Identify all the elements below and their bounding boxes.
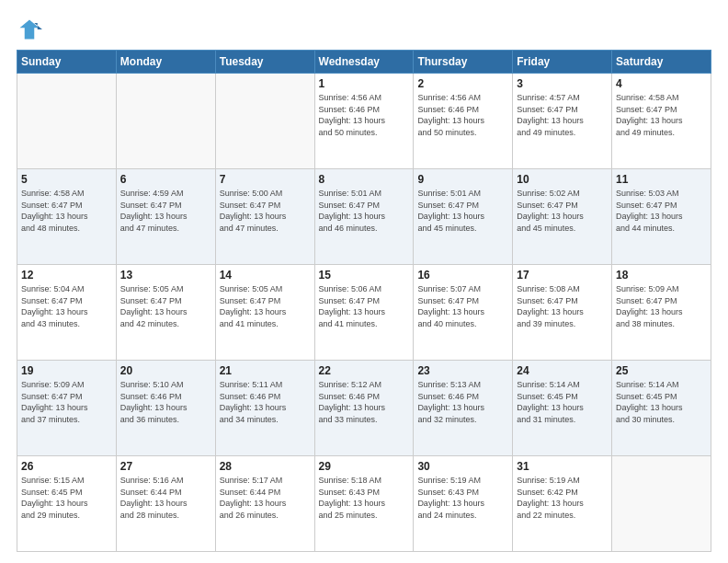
day-info: Sunrise: 5:19 AM Sunset: 6:42 PM Dayligh… xyxy=(517,475,608,521)
day-cell: 24Sunrise: 5:14 AM Sunset: 6:45 PM Dayli… xyxy=(513,361,612,456)
day-cell: 16Sunrise: 5:07 AM Sunset: 6:47 PM Dayli… xyxy=(414,265,513,361)
day-cell: 19Sunrise: 5:09 AM Sunset: 6:47 PM Dayli… xyxy=(17,361,117,456)
day-cell: 27Sunrise: 5:16 AM Sunset: 6:44 PM Dayli… xyxy=(116,456,215,552)
day-cell: 13Sunrise: 5:05 AM Sunset: 6:47 PM Dayli… xyxy=(116,265,215,361)
day-info: Sunrise: 5:05 AM Sunset: 6:47 PM Dayligh… xyxy=(120,283,211,329)
week-row-5: 26Sunrise: 5:15 AM Sunset: 6:45 PM Dayli… xyxy=(17,456,711,552)
day-number: 7 xyxy=(220,173,311,186)
day-number: 9 xyxy=(417,173,508,186)
day-info: Sunrise: 5:07 AM Sunset: 6:47 PM Dayligh… xyxy=(417,283,508,329)
day-number: 16 xyxy=(417,269,508,282)
day-cell: 17Sunrise: 5:08 AM Sunset: 6:47 PM Dayli… xyxy=(513,265,612,361)
day-info: Sunrise: 5:03 AM Sunset: 6:47 PM Dayligh… xyxy=(616,188,707,234)
day-number: 1 xyxy=(319,77,410,90)
calendar-body: 1Sunrise: 4:56 AM Sunset: 6:46 PM Daylig… xyxy=(17,74,711,552)
day-info: Sunrise: 5:08 AM Sunset: 6:47 PM Dayligh… xyxy=(517,283,608,329)
week-row-3: 12Sunrise: 5:04 AM Sunset: 6:47 PM Dayli… xyxy=(17,265,711,361)
day-cell: 18Sunrise: 5:09 AM Sunset: 6:47 PM Dayli… xyxy=(612,265,711,361)
day-number: 24 xyxy=(517,364,608,377)
day-cell: 20Sunrise: 5:10 AM Sunset: 6:46 PM Dayli… xyxy=(116,361,215,456)
day-number: 27 xyxy=(120,460,211,473)
day-cell: 10Sunrise: 5:02 AM Sunset: 6:47 PM Dayli… xyxy=(513,169,612,265)
day-cell: 12Sunrise: 5:04 AM Sunset: 6:47 PM Dayli… xyxy=(17,265,117,361)
day-info: Sunrise: 5:00 AM Sunset: 6:47 PM Dayligh… xyxy=(220,188,311,234)
day-cell: 15Sunrise: 5:06 AM Sunset: 6:47 PM Dayli… xyxy=(314,265,414,361)
logo-icon xyxy=(17,17,42,42)
logo xyxy=(17,17,46,42)
day-info: Sunrise: 5:11 AM Sunset: 6:46 PM Dayligh… xyxy=(220,379,311,425)
day-info: Sunrise: 5:16 AM Sunset: 6:44 PM Dayligh… xyxy=(120,475,211,521)
day-number: 21 xyxy=(220,364,311,377)
day-info: Sunrise: 4:58 AM Sunset: 6:47 PM Dayligh… xyxy=(21,188,112,234)
day-cell: 7Sunrise: 5:00 AM Sunset: 6:47 PM Daylig… xyxy=(215,169,314,265)
day-number: 22 xyxy=(319,364,410,377)
day-info: Sunrise: 5:01 AM Sunset: 6:47 PM Dayligh… xyxy=(417,188,508,234)
day-number: 28 xyxy=(220,460,311,473)
day-cell: 28Sunrise: 5:17 AM Sunset: 6:44 PM Dayli… xyxy=(215,456,314,552)
day-info: Sunrise: 5:06 AM Sunset: 6:47 PM Dayligh… xyxy=(319,283,410,329)
day-info: Sunrise: 5:13 AM Sunset: 6:46 PM Dayligh… xyxy=(417,379,508,425)
day-number: 8 xyxy=(319,173,410,186)
day-info: Sunrise: 5:04 AM Sunset: 6:47 PM Dayligh… xyxy=(21,283,112,329)
day-header-friday: Friday xyxy=(513,51,612,74)
day-cell: 31Sunrise: 5:19 AM Sunset: 6:42 PM Dayli… xyxy=(513,456,612,552)
day-cell: 6Sunrise: 4:59 AM Sunset: 6:47 PM Daylig… xyxy=(116,169,215,265)
day-number: 10 xyxy=(517,173,608,186)
week-row-2: 5Sunrise: 4:58 AM Sunset: 6:47 PM Daylig… xyxy=(17,169,711,265)
day-cell: 21Sunrise: 5:11 AM Sunset: 6:46 PM Dayli… xyxy=(215,361,314,456)
day-info: Sunrise: 5:02 AM Sunset: 6:47 PM Dayligh… xyxy=(517,188,608,234)
day-info: Sunrise: 5:09 AM Sunset: 6:47 PM Dayligh… xyxy=(21,379,112,425)
day-number: 31 xyxy=(517,460,608,473)
day-cell: 30Sunrise: 5:19 AM Sunset: 6:43 PM Dayli… xyxy=(414,456,513,552)
day-number: 20 xyxy=(120,364,211,377)
calendar-header: SundayMondayTuesdayWednesdayThursdayFrid… xyxy=(17,51,711,74)
week-row-4: 19Sunrise: 5:09 AM Sunset: 6:47 PM Dayli… xyxy=(17,361,711,456)
day-cell: 1Sunrise: 4:56 AM Sunset: 6:46 PM Daylig… xyxy=(314,74,414,169)
day-info: Sunrise: 4:57 AM Sunset: 6:47 PM Dayligh… xyxy=(517,92,608,138)
day-number: 15 xyxy=(319,269,410,282)
day-cell: 4Sunrise: 4:58 AM Sunset: 6:47 PM Daylig… xyxy=(612,74,711,169)
calendar-table: SundayMondayTuesdayWednesdayThursdayFrid… xyxy=(17,50,711,552)
day-header-wednesday: Wednesday xyxy=(314,51,414,74)
day-header-tuesday: Tuesday xyxy=(215,51,314,74)
day-number: 23 xyxy=(417,364,508,377)
day-info: Sunrise: 5:15 AM Sunset: 6:45 PM Dayligh… xyxy=(21,475,112,521)
day-info: Sunrise: 5:19 AM Sunset: 6:43 PM Dayligh… xyxy=(417,475,508,521)
day-header-saturday: Saturday xyxy=(612,51,711,74)
day-info: Sunrise: 5:05 AM Sunset: 6:47 PM Dayligh… xyxy=(220,283,311,329)
day-info: Sunrise: 5:12 AM Sunset: 6:46 PM Dayligh… xyxy=(319,379,410,425)
day-info: Sunrise: 4:59 AM Sunset: 6:47 PM Dayligh… xyxy=(120,188,211,234)
day-info: Sunrise: 5:09 AM Sunset: 6:47 PM Dayligh… xyxy=(616,283,707,329)
header-row: SundayMondayTuesdayWednesdayThursdayFrid… xyxy=(17,51,711,74)
day-header-sunday: Sunday xyxy=(17,51,117,74)
header xyxy=(17,17,711,42)
day-cell xyxy=(612,456,711,552)
day-cell: 11Sunrise: 5:03 AM Sunset: 6:47 PM Dayli… xyxy=(612,169,711,265)
day-info: Sunrise: 4:56 AM Sunset: 6:46 PM Dayligh… xyxy=(417,92,508,138)
day-number: 3 xyxy=(517,77,608,90)
day-info: Sunrise: 5:14 AM Sunset: 6:45 PM Dayligh… xyxy=(517,379,608,425)
day-header-monday: Monday xyxy=(116,51,215,74)
svg-marker-1 xyxy=(20,20,40,40)
day-cell: 5Sunrise: 4:58 AM Sunset: 6:47 PM Daylig… xyxy=(17,169,117,265)
day-info: Sunrise: 5:10 AM Sunset: 6:46 PM Dayligh… xyxy=(120,379,211,425)
day-info: Sunrise: 4:58 AM Sunset: 6:47 PM Dayligh… xyxy=(616,92,707,138)
day-number: 17 xyxy=(517,269,608,282)
day-cell: 25Sunrise: 5:14 AM Sunset: 6:45 PM Dayli… xyxy=(612,361,711,456)
day-number: 12 xyxy=(21,269,112,282)
day-cell: 3Sunrise: 4:57 AM Sunset: 6:47 PM Daylig… xyxy=(513,74,612,169)
week-row-1: 1Sunrise: 4:56 AM Sunset: 6:46 PM Daylig… xyxy=(17,74,711,169)
day-number: 6 xyxy=(120,173,211,186)
day-number: 19 xyxy=(21,364,112,377)
day-number: 14 xyxy=(220,269,311,282)
day-cell: 29Sunrise: 5:18 AM Sunset: 6:43 PM Dayli… xyxy=(314,456,414,552)
day-info: Sunrise: 5:17 AM Sunset: 6:44 PM Dayligh… xyxy=(220,475,311,521)
day-info: Sunrise: 5:14 AM Sunset: 6:45 PM Dayligh… xyxy=(616,379,707,425)
day-header-thursday: Thursday xyxy=(414,51,513,74)
day-info: Sunrise: 4:56 AM Sunset: 6:46 PM Dayligh… xyxy=(319,92,410,138)
day-cell xyxy=(215,74,314,169)
day-number: 25 xyxy=(616,364,707,377)
day-cell: 26Sunrise: 5:15 AM Sunset: 6:45 PM Dayli… xyxy=(17,456,117,552)
day-cell: 14Sunrise: 5:05 AM Sunset: 6:47 PM Dayli… xyxy=(215,265,314,361)
day-number: 2 xyxy=(417,77,508,90)
